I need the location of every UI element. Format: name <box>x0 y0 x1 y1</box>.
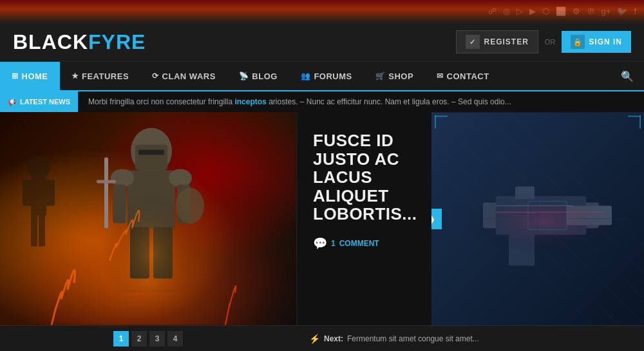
clan-icon: ⟳ <box>152 71 159 81</box>
nav-item-forums[interactable]: 👥 FORUMS <box>289 62 364 90</box>
right-panel-artwork <box>431 112 644 325</box>
or-separator: OR <box>545 38 556 46</box>
article-title: FUSCE ID JUSTO AC LACUS ALIQUET LOBORTIS… <box>313 131 416 223</box>
svg-rect-14 <box>103 164 200 293</box>
contact-icon: ✉ <box>437 71 444 81</box>
svg-rect-40 <box>435 116 448 117</box>
comment-count: 1 <box>331 239 336 248</box>
next-label-text: Next: <box>324 334 343 343</box>
site-logo[interactable]: BLACKFYRE <box>13 30 146 54</box>
hero-artwork <box>0 112 296 325</box>
page-button-1[interactable]: 1 <box>113 331 129 346</box>
lightning-icon: ⚡ <box>309 334 320 344</box>
header-auth: ✓ REGISTER OR 🔒 SIGN IN <box>456 30 631 53</box>
news-ticker: Morbi fringilla orci non consectetur fri… <box>78 97 644 106</box>
hero-image <box>0 112 296 325</box>
svg-rect-41 <box>435 116 436 129</box>
hero-section <box>0 112 296 325</box>
pinterest-icon[interactable]: ℗ <box>587 6 595 16</box>
right-panel: ❯ <box>431 112 644 325</box>
search-button[interactable]: 🔍 <box>611 62 644 90</box>
logo-blue: FYRE <box>88 30 146 53</box>
latest-news-bar: 📢 LATEST NEWS Morbi fringilla orci non c… <box>0 91 644 112</box>
comment-label: COMMENT <box>339 239 379 248</box>
pagination: 1 2 3 4 <box>0 331 296 346</box>
nav-item-contact[interactable]: ✉ CONTACT <box>425 62 501 90</box>
nav-item-clan-wars[interactable]: ⟳ CLAN WARS <box>140 62 227 90</box>
svg-rect-19 <box>31 214 37 247</box>
svg-rect-20 <box>39 214 45 247</box>
youtube-icon[interactable]: ▶ <box>529 6 536 16</box>
forums-icon: 👥 <box>301 71 311 81</box>
signin-button[interactable]: 🔒 SIGN IN <box>562 31 631 53</box>
nav-item-features[interactable]: ★ FEATURES <box>60 62 141 90</box>
lock-icon: 🔒 <box>571 35 585 49</box>
star-icon: ★ <box>71 71 79 81</box>
page-button-3[interactable]: 3 <box>149 331 165 346</box>
svg-rect-18 <box>44 180 55 206</box>
svg-point-15 <box>27 156 50 179</box>
svg-rect-37 <box>464 190 625 254</box>
next-slide-button[interactable]: ❯ <box>431 209 442 229</box>
home-icon: ⊞ <box>12 71 19 81</box>
svg-rect-16 <box>31 177 46 216</box>
svg-rect-17 <box>23 180 33 206</box>
logo-black: BLACK <box>13 30 88 53</box>
latest-news-label: 📢 LATEST NEWS <box>0 91 78 112</box>
dribbble-icon[interactable]: ◎ <box>503 6 510 16</box>
nav-item-shop[interactable]: 🛒 SHOP <box>364 62 425 90</box>
right-panel-image <box>431 112 644 325</box>
vimeo-icon[interactable]: ▷ <box>516 6 523 16</box>
rss-icon[interactable]: ☍ <box>488 6 497 16</box>
twitch-icon[interactable]: ⬡ <box>542 6 549 16</box>
comment-link[interactable]: 💬 1 COMMENT <box>313 236 416 251</box>
nav-item-blog[interactable]: 📡 BLOG <box>227 62 289 90</box>
next-article-bar: ⚡ Next: Fermentum sit amet congue sit am… <box>296 334 644 344</box>
steam-icon[interactable]: ⚙ <box>573 6 580 16</box>
register-icon: ✓ <box>466 35 480 49</box>
main-content: FUSCE ID JUSTO AC LACUS ALIQUET LOBORTIS… <box>0 112 644 325</box>
comment-icon: 💬 <box>313 236 327 251</box>
svg-rect-3 <box>138 150 164 155</box>
nav-item-home[interactable]: ⊞ HOME <box>0 62 60 90</box>
register-button[interactable]: ✓ REGISTER <box>456 30 538 53</box>
social-bar: ☍ ◎ ▷ ▶ ⬡ ⬜ ⚙ ℗ g+ 🐦 f <box>0 0 644 23</box>
shop-icon: 🛒 <box>375 71 386 81</box>
article-info-panel: FUSCE ID JUSTO AC LACUS ALIQUET LOBORTIS… <box>296 112 431 325</box>
instagram-icon[interactable]: ⬜ <box>556 6 566 16</box>
facebook-icon[interactable]: f <box>634 6 636 16</box>
bottom-bar: 1 2 3 4 ⚡ Next: Fermentum sit amet congu… <box>0 325 644 351</box>
blog-icon: 📡 <box>239 71 249 81</box>
search-icon: 🔍 <box>621 70 634 82</box>
next-article-title: Fermentum sit amet congue sit amet... <box>347 334 479 343</box>
page-button-4[interactable]: 4 <box>167 331 183 346</box>
main-nav: ⊞ HOME ★ FEATURES ⟳ CLAN WARS 📡 BLOG 👥 F… <box>0 62 644 91</box>
megaphone-icon: 📢 <box>8 98 17 106</box>
page-button-2[interactable]: 2 <box>131 331 147 346</box>
svg-rect-42 <box>628 116 641 117</box>
google-plus-icon[interactable]: g+ <box>601 6 611 16</box>
header: BLACKFYRE ✓ REGISTER OR 🔒 SIGN IN <box>0 23 644 62</box>
twitter-icon[interactable]: 🐦 <box>617 6 627 16</box>
svg-rect-43 <box>639 116 641 129</box>
